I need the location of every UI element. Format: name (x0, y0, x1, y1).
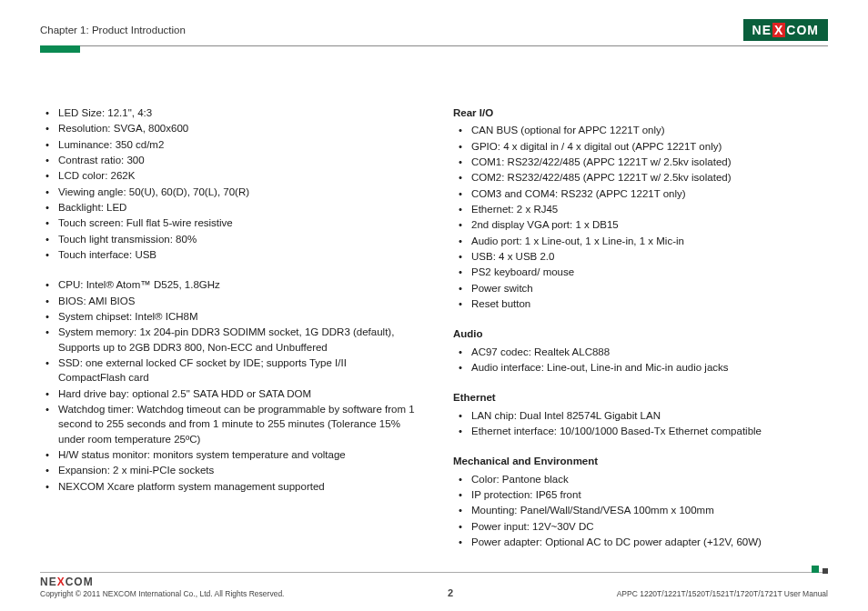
rear-io-heading: Rear I/O (453, 105, 828, 120)
spec-item: SSD: one external locked CF socket by ID… (58, 356, 415, 386)
spec-item: GPIO: 4 x digital in / 4 x digital out (… (471, 139, 828, 154)
spec-item: 2nd display VGA port: 1 x DB15 (471, 217, 828, 232)
footer-rule (40, 572, 828, 573)
spec-item: Audio port: 1 x Line-out, 1 x Line-in, 1… (471, 234, 828, 248)
spec-item: Touch screen: Full flat 5-wire resistive (58, 215, 415, 230)
spec-item: Power switch (471, 281, 828, 295)
spec-item: Expansion: 2 x mini-PCIe sockets (58, 463, 415, 477)
spec-item: BIOS: AMI BIOS (58, 294, 415, 308)
mech-heading: Mechanical and Environment (453, 454, 828, 468)
left-column: LED Size: 12.1", 4:3Resolution: SVGA, 80… (40, 105, 415, 550)
chapter-title: Chapter 1: Product Introduction (40, 25, 186, 35)
manual-title: APPC 1220T/1221T/1520T/1521T/1720T/1721T… (617, 589, 828, 598)
spec-item: NEXCOM Xcare platform system management … (58, 479, 415, 494)
spec-list-mech: Color: Pantone blackIP protection: IP65 … (453, 472, 828, 550)
spec-item: USB: 4 x USB 2.0 (471, 249, 828, 264)
spec-item: System chipset: Intel® ICH8M (58, 309, 415, 324)
spec-item: Watchdog timer: Watchdog timeout can be … (58, 402, 415, 446)
spec-item: Touch light transmission: 80% (58, 232, 415, 246)
spec-item: Backlight: LED (58, 200, 415, 215)
spec-item: Viewing angle: 50(U), 60(D), 70(L), 70(R… (58, 185, 415, 199)
spec-list-audio: AC97 codec: Realtek ALC888Audio interfac… (453, 345, 828, 376)
spec-list-system: CPU: Intel® Atom™ D525, 1.8GHzBIOS: AMI … (40, 277, 415, 494)
page-footer: NEXCOM Copyright © 2011 NEXCOM Internati… (40, 572, 828, 598)
brand-logo-top: NEXCOM (743, 19, 828, 41)
spec-item: H/W status monitor: monitors system temp… (58, 447, 415, 462)
brand-logo-footer: NEXCOM (40, 576, 284, 588)
spec-item: LCD color: 262K (58, 168, 415, 183)
spec-item: Luminance: 350 cd/m2 (58, 137, 415, 152)
spec-item: System memory: 1x 204-pin DDR3 SODIMM so… (58, 325, 415, 355)
spec-item: Color: Pantone black (471, 472, 828, 486)
spec-item: Contrast ratio: 300 (58, 153, 415, 167)
spec-list-rear-io: CAN BUS (optional for APPC 1221T only)GP… (453, 123, 828, 311)
header-rule (40, 45, 828, 46)
spec-item: CPU: Intel® Atom™ D525, 1.8GHz (58, 277, 415, 292)
spec-item: IP protection: IP65 front (471, 487, 828, 502)
spec-item: Power adapter: Optional AC to DC power a… (471, 535, 828, 549)
spec-list-ethernet: LAN chip: Dual Intel 82574L Gigabit LANE… (453, 408, 828, 439)
audio-heading: Audio (453, 326, 828, 341)
spec-item: Power input: 12V~30V DC (471, 519, 828, 534)
spec-item: Hard drive bay: optional 2.5" SATA HDD o… (58, 386, 415, 401)
spec-item: COM3 and COM4: RS232 (APPC 1221T only) (471, 186, 828, 201)
page-number: 2 (448, 587, 453, 598)
spec-item: COM1: RS232/422/485 (APPC 1221T w/ 2.5kv… (471, 155, 828, 169)
spec-item: AC97 codec: Realtek ALC888 (471, 345, 828, 359)
spec-item: Reset button (471, 296, 828, 311)
header-accent (40, 45, 80, 53)
spec-list-display: LED Size: 12.1", 4:3Resolution: SVGA, 80… (40, 105, 415, 262)
spec-item: Ethernet: 2 x RJ45 (471, 202, 828, 216)
spec-item: Touch interface: USB (58, 247, 415, 262)
content-columns: LED Size: 12.1", 4:3Resolution: SVGA, 80… (40, 105, 828, 550)
spec-item: LAN chip: Dual Intel 82574L Gigabit LAN (471, 408, 828, 423)
spec-item: LED Size: 12.1", 4:3 (58, 105, 415, 120)
spec-item: Ethernet interface: 10/100/1000 Based-Tx… (471, 424, 828, 438)
right-column: Rear I/O CAN BUS (optional for APPC 1221… (453, 105, 828, 550)
spec-item: COM2: RS232/422/485 (APPC 1221T w/ 2.5kv… (471, 170, 828, 185)
spec-item: Mounting: Panel/Wall/Stand/VESA 100mm x … (471, 503, 828, 517)
spec-item: Audio interface: Line-out, Line-in and M… (471, 360, 828, 375)
copyright-text: Copyright © 2011 NEXCOM International Co… (40, 589, 284, 598)
spec-item: PS2 keyboard/ mouse (471, 265, 828, 279)
spec-item: CAN BUS (optional for APPC 1221T only) (471, 123, 828, 137)
footer-decoration (808, 566, 828, 573)
ethernet-heading: Ethernet (453, 390, 828, 405)
spec-item: Resolution: SVGA, 800x600 (58, 121, 415, 135)
